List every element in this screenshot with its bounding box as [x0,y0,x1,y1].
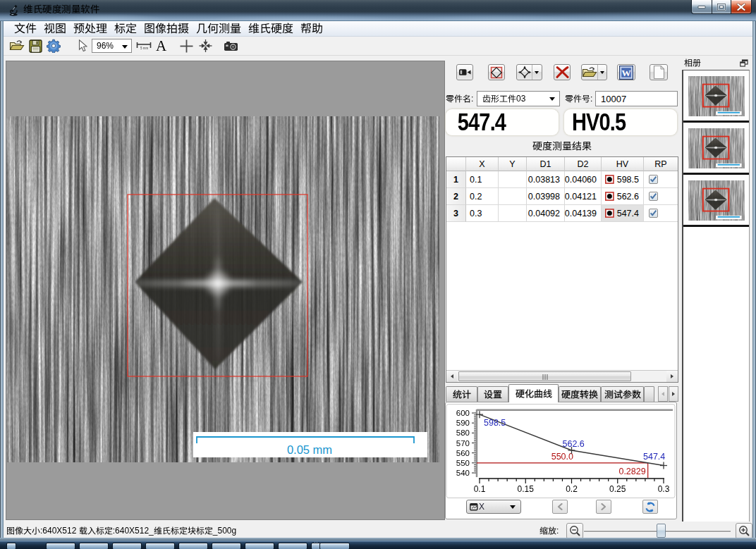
rp-checkbox[interactable] [649,209,658,218]
windows-taskbar[interactable] [0,541,756,549]
float-panel-icon[interactable] [740,59,748,67]
microscope-image[interactable]: 0.05 mm [6,116,439,464]
pointer-tool-button[interactable] [77,37,89,54]
menu-image-capture[interactable] [140,20,193,37]
tab-partial[interactable] [644,386,654,402]
tab-scroll-left-button[interactable] [658,386,668,402]
save-button[interactable] [28,37,44,54]
taskbar-window-button[interactable] [319,543,350,549]
col-y: Y [499,157,527,171]
text-tool-button[interactable]: A [154,37,168,54]
menu-calibration[interactable] [111,20,140,37]
tab-hardening-curve[interactable] [508,384,559,402]
svg-text:W: W [621,67,631,78]
prev-point-button[interactable] [552,500,568,514]
taskbar-window-button[interactable] [112,543,142,549]
camera-snapshot-button[interactable] [222,37,240,54]
curve-series-combo[interactable]: X [466,500,521,514]
part-name-label: : [446,94,473,104]
album-thumbnail-1[interactable] [683,70,749,123]
cell-rp[interactable] [644,205,678,222]
open-file-button[interactable] [8,37,26,54]
word-report-button[interactable]: W [617,64,635,80]
measure-indent-button[interactable] [488,64,505,80]
taskbar-start-edge[interactable] [6,543,16,549]
scroll-right-button[interactable] [666,371,678,382]
taskbar-window-button[interactable] [212,543,241,549]
taskbar-window-button[interactable] [245,543,274,549]
menu-help[interactable] [297,20,327,37]
taskbar-window-button[interactable] [46,543,75,549]
cell-hv[interactable]: 598.5 [602,171,644,188]
tab-statistics[interactable] [446,386,477,402]
menu-vickers-hardness[interactable] [245,20,297,37]
table-row[interactable]: 10.10.038130.04060598.5 [446,171,678,188]
zoom-slider-thumb[interactable] [657,524,666,538]
table-row[interactable]: 30.30.040920.04139547.4 [446,205,678,222]
taskbar-window-button[interactable] [145,543,175,549]
center-target-button[interactable] [197,37,214,54]
cell-y[interactable] [499,171,527,188]
tab-scroll-right-button[interactable] [669,386,678,402]
load-image-button[interactable] [581,64,607,80]
row-number[interactable]: 2 [446,188,466,205]
zoom-level-combo[interactable]: 96% [92,39,132,53]
menu-geometry-measure[interactable] [193,20,245,37]
live-video-button[interactable] [456,64,473,80]
album-thumbnail-2[interactable] [683,123,749,175]
cell-x[interactable]: 0.1 [466,171,499,188]
cell-hv[interactable]: 547.4 [602,205,644,222]
cell-d1[interactable]: 0.03813 [527,171,565,188]
menu-preprocess[interactable] [70,20,111,37]
measure-tool-button[interactable]: 5 mm [135,37,153,54]
auto-locate-button[interactable] [516,64,542,80]
minimize-button[interactable] [691,0,712,14]
menu-view[interactable] [40,20,70,37]
cell-d1[interactable]: 0.04092 [527,205,565,222]
cell-rp[interactable] [644,188,678,205]
cell-d2[interactable]: 0.04121 [565,188,602,205]
scroll-left-button[interactable] [446,371,458,382]
toolbar-grip-2 [64,40,68,51]
cell-y[interactable] [499,205,527,222]
results-table[interactable]: X Y D1 D2 HV RP 10.10.038130.04060598.52… [446,156,678,383]
tab-test-parameters[interactable] [601,386,644,402]
row-number[interactable]: 1 [446,171,466,188]
cell-d1[interactable]: 0.03998 [527,188,565,205]
new-blank-button[interactable] [650,64,668,80]
tab-settings[interactable] [477,386,508,402]
cell-y[interactable] [499,188,527,205]
settings-gear-button[interactable] [45,37,62,54]
album-thumbnail-3[interactable] [683,175,749,227]
zoom-in-button[interactable] [736,523,752,539]
next-point-button[interactable] [596,500,611,514]
cell-rp[interactable] [644,171,678,188]
album-thumbnail-list [682,70,750,522]
taskbar-window-button[interactable] [178,543,208,549]
table-h-scrollbar[interactable] [446,370,678,382]
cell-x[interactable]: 0.3 [466,205,499,222]
tab-hardness-conversion[interactable] [559,386,601,402]
taskbar-window-button[interactable] [278,543,307,549]
cell-hv[interactable]: 562.6 [602,188,644,205]
part-name-combo[interactable]: 03 [477,91,560,106]
maximize-button[interactable] [712,0,731,14]
zoom-out-button[interactable] [566,523,583,539]
cross-tool-button[interactable] [178,37,195,54]
part-no-input[interactable]: 10007 [595,91,678,106]
row-number[interactable]: 3 [446,205,466,222]
menu-file[interactable] [11,20,40,37]
scrollbar-thumb[interactable] [458,371,631,381]
rp-checkbox[interactable] [649,175,658,184]
close-button[interactable] [731,0,752,14]
refresh-icon [645,502,656,512]
table-row[interactable]: 20.20.039980.04121562.6 [446,188,678,205]
taskbar-window-button[interactable] [79,543,109,549]
cell-d2[interactable]: 0.04060 [565,171,602,188]
cell-x[interactable]: 0.2 [466,188,499,205]
rp-checkbox[interactable] [649,192,658,201]
delete-result-button[interactable] [554,64,571,80]
refresh-curve-button[interactable] [642,500,658,514]
title-bar[interactable] [0,0,756,21]
cell-d2[interactable]: 0.04139 [565,205,602,222]
